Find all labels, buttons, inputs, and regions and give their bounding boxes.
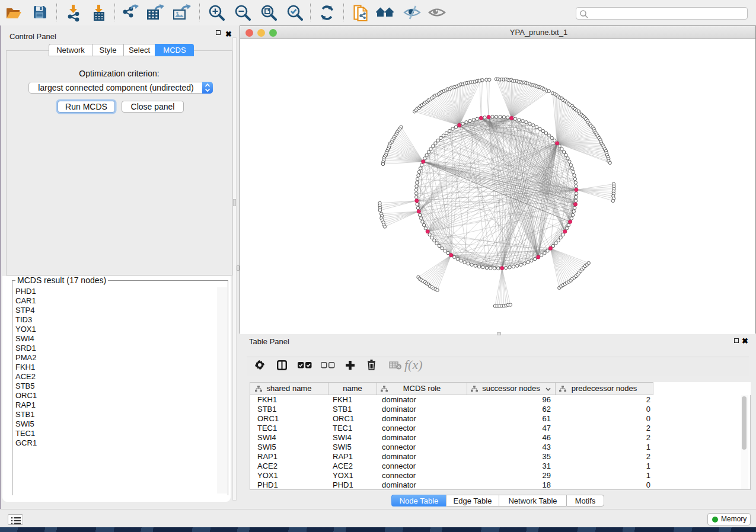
svg-text:f(x): f(x) bbox=[404, 357, 423, 372]
